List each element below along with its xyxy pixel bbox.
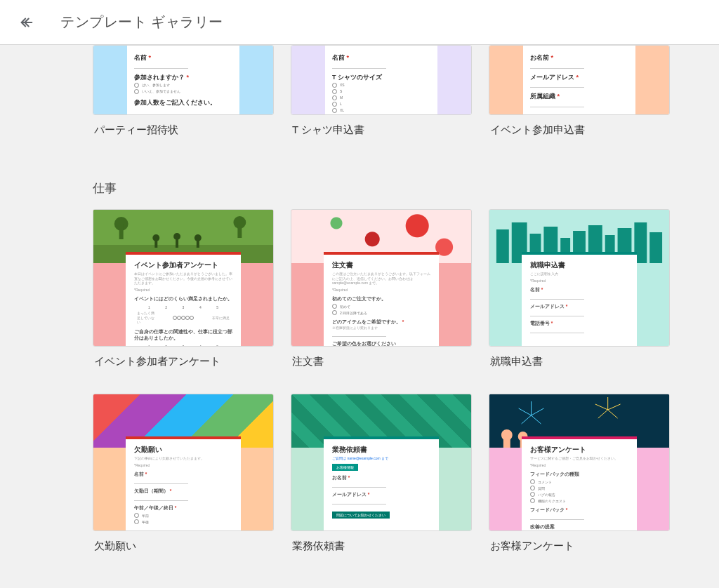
form-heading: お客様アンケート — [530, 445, 628, 455]
form-heading: 注文書 — [332, 260, 430, 270]
arrow-left-icon — [19, 15, 34, 30]
svg-rect-8 — [154, 238, 157, 248]
template-card-event-registration[interactable]: お名前 * メールアドレス * 所属組織 * イベント参加申込書 — [489, 45, 670, 156]
form-heading: イベント参加者アンケート — [134, 260, 232, 270]
template-title: 注文書 — [292, 355, 470, 368]
template-card-job-application[interactable]: 就職申込書 ここに説明を入力 *Required 名前 * メールアドレス * … — [489, 209, 670, 388]
answer-line — [134, 65, 188, 69]
template-title: T シャツ申込書 — [292, 123, 470, 137]
svg-rect-14 — [496, 229, 509, 263]
svg-rect-24 — [649, 232, 662, 263]
radio-option: はい、参加します — [134, 83, 232, 88]
template-card-customer-feedback[interactable]: お客様アンケート サービスに関するご感想・ご意見をお聞かせください。 *Requ… — [489, 394, 670, 573]
form-heading: 欠勤願い — [134, 445, 232, 455]
svg-rect-37 — [503, 435, 510, 448]
field-label: 参加されますか？ — [134, 74, 185, 81]
template-title: イベント参加者アンケート — [94, 355, 272, 368]
field-label: T シャツのサイズ — [332, 73, 430, 82]
svg-rect-10 — [176, 236, 178, 248]
template-title: パーティー招待状 — [94, 123, 272, 137]
template-card-order-form[interactable]: 注文書 この度はご注文いただきありがとうございます。以下フォームにご記入の上、送… — [291, 209, 472, 388]
template-card-event-feedback[interactable]: イベント参加者アンケート 本日はイベントにご参加いただきありがとうございました。… — [93, 209, 274, 388]
svg-rect-3 — [119, 224, 124, 239]
template-title: 業務依頼書 — [292, 540, 470, 553]
field-label: 参加人数をご記入ください。 — [134, 98, 232, 107]
header: テンプレート ギャラリー — [0, 0, 719, 45]
svg-rect-5 — [237, 222, 242, 238]
template-card-absence-request[interactable]: 欠勤願い 下記の事由により欠勤させていただきます。 *Required 名前 *… — [93, 394, 274, 573]
form-heading: 就職申込書 — [530, 260, 628, 270]
field-label: 名前 — [332, 54, 345, 61]
svg-rect-12 — [197, 238, 199, 248]
template-title: 就職申込書 — [490, 355, 668, 368]
template-title: イベント参加申込書 — [490, 123, 668, 137]
section-badge: 問題についてお聞かせください — [332, 512, 390, 519]
back-button[interactable] — [13, 8, 41, 36]
field-label: 名前 — [134, 54, 147, 61]
radio-option: いいえ、参加できません — [134, 89, 232, 94]
template-title: 欠勤願い — [94, 540, 272, 553]
template-card-work-request[interactable]: 業務依頼書 ご質問は name@example.com まで お客様情報 お名前… — [291, 394, 472, 573]
section-badge: お客様情報 — [332, 464, 358, 471]
form-heading: 業務依頼書 — [332, 445, 430, 455]
page-title: テンプレート ギャラリー — [60, 13, 223, 32]
template-card-tshirt-signup[interactable]: 名前 * T シャツのサイズ XS S M L XL — [291, 45, 472, 156]
template-card-party-invite[interactable]: 名前 * 参加されますか？ * はい、参加します いいえ、参加できません 参加人… — [93, 45, 274, 156]
template-title: お客様アンケート — [490, 540, 668, 553]
section-title-work: 仕事 — [93, 180, 626, 196]
